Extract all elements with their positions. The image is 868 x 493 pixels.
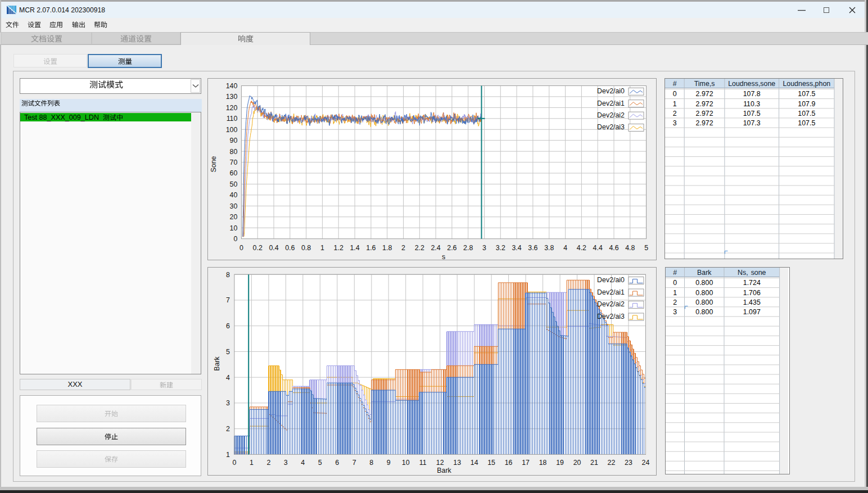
svg-text:20: 20	[230, 213, 238, 221]
svg-text:1.8: 1.8	[382, 244, 392, 252]
svg-text:2.972: 2.972	[696, 100, 713, 108]
svg-text:6: 6	[226, 322, 230, 330]
svg-text:107.3: 107.3	[743, 119, 761, 127]
svg-text:0.8: 0.8	[301, 244, 311, 252]
svg-text:0.800: 0.800	[695, 298, 713, 306]
svg-text:Dev2/ai2: Dev2/ai2	[597, 300, 625, 308]
svg-text:0.800: 0.800	[695, 308, 713, 316]
svg-text:110.3: 110.3	[743, 100, 760, 108]
svg-text:2: 2	[673, 110, 677, 117]
svg-text:20: 20	[573, 459, 581, 467]
svg-text:0.800: 0.800	[695, 289, 713, 297]
svg-text:1.097: 1.097	[743, 308, 761, 316]
svg-text:2.8: 2.8	[463, 244, 473, 252]
svg-text:5: 5	[644, 244, 648, 252]
svg-text:90: 90	[230, 137, 238, 144]
svg-text:2.6: 2.6	[447, 244, 456, 252]
svg-text:Loudness,sone: Loudness,sone	[728, 80, 775, 88]
svg-text:9: 9	[387, 459, 391, 467]
svg-text:80: 80	[230, 148, 238, 156]
svg-text:0.2: 0.2	[253, 244, 263, 252]
svg-text:Dev2/ai1: Dev2/ai1	[597, 288, 625, 296]
svg-text:0.800: 0.800	[695, 279, 713, 287]
svg-text:1: 1	[673, 289, 677, 297]
svg-text:107.5: 107.5	[798, 119, 815, 127]
svg-text:1.2: 1.2	[334, 244, 343, 252]
svg-text:15: 15	[487, 459, 495, 467]
svg-text:1.724: 1.724	[743, 279, 761, 287]
svg-text:1: 1	[226, 451, 230, 459]
svg-text:7: 7	[226, 296, 230, 304]
svg-text:107.5: 107.5	[743, 110, 761, 117]
svg-text:10: 10	[402, 459, 410, 467]
svg-text:0.4: 0.4	[269, 244, 278, 252]
svg-text:0: 0	[673, 279, 677, 287]
svg-text:4: 4	[301, 459, 305, 467]
svg-text:3.6: 3.6	[528, 244, 537, 252]
svg-text:24: 24	[642, 459, 650, 467]
svg-text:13: 13	[453, 459, 461, 467]
svg-text:Dev2/ai0: Dev2/ai0	[597, 87, 625, 95]
svg-text:5: 5	[226, 348, 230, 356]
svg-text:4.2: 4.2	[577, 244, 586, 252]
svg-text:107.5: 107.5	[798, 90, 815, 98]
svg-text:Dev2/ai3: Dev2/ai3	[597, 123, 625, 131]
svg-text:4.4: 4.4	[593, 244, 603, 252]
svg-text:12: 12	[436, 459, 444, 467]
svg-text:19: 19	[556, 459, 564, 467]
svg-text:Dev2/ai3: Dev2/ai3	[597, 313, 625, 320]
svg-text:2.972: 2.972	[696, 90, 713, 98]
svg-text:Loudness,phon: Loudness,phon	[783, 80, 830, 88]
svg-text:70: 70	[230, 159, 238, 166]
svg-text:Bark: Bark	[213, 356, 221, 370]
svg-text:0: 0	[673, 90, 677, 98]
svg-text:4.8: 4.8	[625, 244, 635, 252]
svg-text:Bark: Bark	[697, 269, 712, 277]
svg-text:4: 4	[226, 374, 230, 382]
svg-text:10: 10	[230, 224, 238, 232]
svg-text:107.8: 107.8	[743, 90, 761, 98]
svg-text:110: 110	[227, 115, 238, 123]
svg-text:18: 18	[539, 459, 547, 467]
svg-text:5: 5	[318, 459, 322, 467]
svg-text:1: 1	[673, 100, 677, 108]
svg-text:2.4: 2.4	[431, 244, 440, 252]
svg-text:1: 1	[250, 459, 254, 467]
svg-text:1.4: 1.4	[350, 244, 359, 252]
svg-text:7: 7	[352, 459, 356, 467]
svg-text:1.435: 1.435	[743, 298, 761, 306]
svg-text:14: 14	[471, 459, 478, 467]
svg-text:2: 2	[266, 459, 270, 467]
svg-text:22: 22	[608, 459, 616, 467]
svg-text:3.2: 3.2	[496, 244, 505, 252]
svg-text:Bark: Bark	[437, 467, 451, 474]
svg-text:Ns, sone: Ns, sone	[738, 269, 766, 277]
svg-text:17: 17	[522, 459, 530, 467]
svg-text:11: 11	[419, 459, 427, 467]
svg-text:Dev2/ai0: Dev2/ai0	[597, 276, 625, 284]
svg-text:3.8: 3.8	[544, 244, 554, 252]
svg-text:8: 8	[369, 459, 373, 467]
svg-text:3: 3	[673, 308, 677, 316]
svg-text:3.4: 3.4	[512, 244, 521, 252]
svg-text:0: 0	[233, 235, 237, 243]
svg-text:130: 130	[226, 93, 238, 101]
svg-text:21: 21	[590, 459, 598, 467]
svg-text:3: 3	[284, 459, 288, 467]
svg-text:2: 2	[401, 244, 405, 252]
svg-text:Time,s: Time,s	[694, 80, 715, 88]
svg-text:100: 100	[226, 126, 238, 134]
svg-text:107.9: 107.9	[798, 100, 815, 108]
svg-text:3: 3	[226, 399, 230, 407]
svg-text:s: s	[442, 253, 445, 261]
svg-text:6: 6	[335, 459, 339, 467]
svg-text:#: #	[673, 80, 677, 88]
svg-text:60: 60	[230, 169, 238, 177]
svg-text:2.972: 2.972	[696, 119, 713, 127]
svg-text:16: 16	[505, 459, 513, 467]
svg-text:4: 4	[563, 244, 567, 252]
svg-text:140: 140	[226, 82, 238, 90]
svg-text:1: 1	[320, 244, 324, 252]
svg-text:Sone: Sone	[210, 156, 218, 172]
svg-text:2: 2	[226, 425, 230, 433]
